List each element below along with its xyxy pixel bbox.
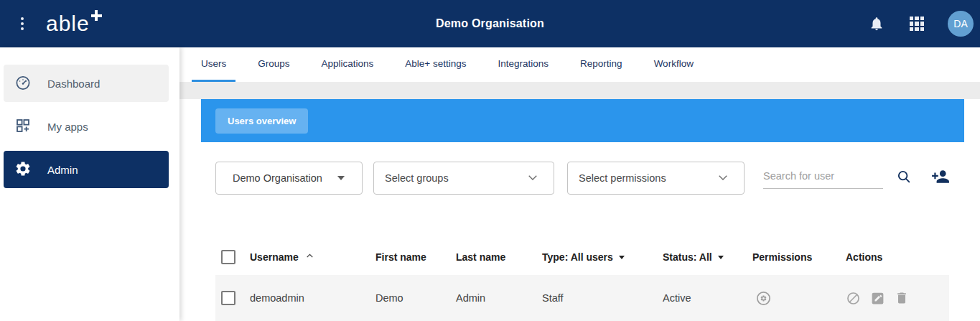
sort-asc-icon[interactable] — [305, 251, 314, 263]
chevron-down-icon — [717, 171, 729, 186]
caret-down-icon — [619, 256, 625, 259]
content-spacer — [179, 82, 980, 99]
search-input[interactable] — [763, 167, 883, 189]
chevron-down-icon — [526, 171, 539, 186]
sidebar-item-admin[interactable]: Admin — [4, 151, 169, 188]
delete-user-icon[interactable] — [895, 291, 909, 305]
tab-workflow[interactable]: Workflow — [645, 47, 703, 82]
header-last-name: Last name — [456, 251, 542, 263]
users-banner: Users overview — [201, 99, 964, 142]
cell-last-name: Admin — [456, 292, 542, 304]
tab-applications[interactable]: Applications — [312, 47, 383, 82]
caret-down-icon — [337, 176, 345, 180]
apps-grid-icon[interactable] — [907, 14, 926, 33]
apps-plus-icon — [14, 117, 32, 136]
tab-able-settings[interactable]: Able+ settings — [396, 47, 475, 82]
header-username[interactable]: Username — [250, 251, 299, 263]
cell-first-name: Demo — [375, 292, 456, 304]
header-permissions: Permissions — [752, 251, 846, 263]
select-all-checkbox[interactable] — [221, 250, 235, 264]
filter-row: Demo Organisation Select groups Select p… — [201, 142, 964, 195]
groups-select-placeholder: Select groups — [385, 172, 449, 184]
gauge-icon — [14, 74, 32, 93]
groups-select[interactable]: Select groups — [373, 162, 554, 195]
caret-down-icon — [718, 256, 724, 259]
edit-user-icon[interactable] — [870, 291, 885, 306]
kebab-menu-icon[interactable] — [16, 14, 29, 33]
add-user-icon[interactable] — [931, 167, 950, 189]
organisation-select-value: Demo Organisation — [233, 172, 322, 184]
users-card: Users overview Demo Organisation Select … — [201, 99, 964, 321]
users-overview-button[interactable]: Users overview — [215, 108, 308, 134]
header-actions: Actions — [846, 251, 949, 263]
sidebar-item-label: Dashboard — [47, 78, 100, 90]
permissions-select-placeholder: Select permissions — [579, 172, 666, 184]
table-header-row: Username First name Last name Type: All … — [215, 239, 949, 275]
page-title: Demo Organisation — [436, 17, 544, 30]
header-type-filter[interactable]: Type: All users — [542, 251, 663, 263]
header-status-label: Status: All — [663, 251, 712, 263]
permissions-select[interactable]: Select permissions — [567, 162, 745, 195]
cell-username: demoadmin — [250, 292, 304, 304]
header-type-label: Type: All users — [542, 251, 613, 263]
avatar[interactable]: DA — [948, 11, 974, 37]
logo-text: able — [46, 13, 90, 34]
tab-users[interactable]: Users — [192, 47, 235, 82]
gear-icon — [14, 160, 32, 180]
row-checkbox[interactable] — [221, 291, 235, 305]
sidebar-item-dashboard[interactable]: Dashboard — [4, 65, 169, 102]
sidebar: Dashboard My apps Admin — [0, 47, 179, 321]
header-status-filter[interactable]: Status: All — [663, 251, 752, 263]
organisation-select[interactable]: Demo Organisation — [215, 162, 363, 195]
sidebar-item-label: Admin — [47, 164, 78, 176]
logo-plus-icon — [91, 10, 102, 21]
block-user-icon[interactable] — [846, 291, 861, 306]
able-logo[interactable]: able — [46, 13, 102, 34]
tab-integrations[interactable]: Integrations — [489, 47, 559, 82]
main-content: Users Groups Applications Able+ settings… — [179, 47, 980, 321]
tab-reporting[interactable]: Reporting — [571, 47, 632, 82]
sidebar-item-my-apps[interactable]: My apps — [4, 108, 169, 145]
table-row: demoadmin Demo Admin Staff Active — [215, 275, 949, 321]
cell-type: Staff — [542, 292, 663, 304]
tab-groups[interactable]: Groups — [248, 47, 299, 82]
admin-tabbar: Users Groups Applications Able+ settings… — [179, 47, 980, 82]
top-navbar: able Demo Organisation DA — [0, 0, 980, 47]
search-icon[interactable] — [896, 169, 912, 187]
notifications-bell-icon[interactable] — [867, 14, 886, 33]
permissions-gear-icon[interactable] — [755, 290, 846, 307]
cell-status: Active — [663, 292, 752, 304]
sidebar-item-label: My apps — [47, 121, 88, 133]
header-first-name: First name — [375, 251, 456, 263]
